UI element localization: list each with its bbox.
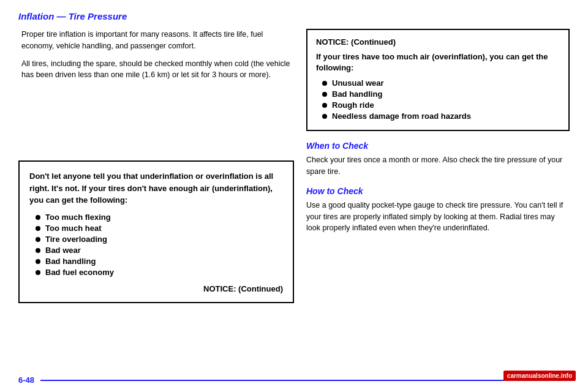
bullet-text: Needless damage from road hazards — [332, 111, 471, 121]
bullet-dot-icon — [36, 215, 40, 220]
footer-line — [40, 380, 570, 381]
bullet-text: Too much heat — [45, 224, 101, 233]
when-to-check-text: Check your tires once a month or more. A… — [306, 154, 570, 178]
page-title: Inflation — Tire Pressure — [18, 11, 570, 21]
overinflation-bullet-list: Unusual wear Bad handling Rough ride Nee… — [316, 78, 560, 121]
how-to-check-text: Use a good quality pocket-type gauge to … — [306, 200, 570, 234]
bullet-text: Bad handling — [45, 257, 96, 266]
bullet-dot-icon — [36, 226, 40, 231]
list-item: Rough ride — [322, 100, 560, 110]
underinflation-notice-text: Don't let anyone tell you that underinfl… — [29, 172, 273, 205]
bullet-dot-icon — [322, 103, 327, 108]
page-number: 6-48 — [18, 375, 40, 385]
how-to-check-heading[interactable]: How to Check — [306, 186, 570, 196]
page-container: Inflation — Tire Pressure Proper tire in… — [0, 0, 588, 392]
list-item: Tire overloading — [36, 235, 283, 244]
underinflation-notice-box: Don't let anyone tell you that underinfl… — [18, 160, 294, 303]
list-item: Bad handling — [36, 257, 283, 266]
bullet-dot-icon — [36, 237, 40, 242]
right-column: NOTICE: (Continued) If your tires have t… — [306, 29, 570, 234]
list-item: Needless damage from road hazards — [322, 111, 560, 121]
bullet-text: Unusual wear — [332, 78, 384, 88]
bullet-dot-icon — [36, 270, 40, 275]
bullet-dot-icon — [322, 81, 327, 86]
when-to-check-heading[interactable]: When to Check — [306, 141, 570, 151]
intro-text-1: Proper tire inflation is important for m… — [18, 29, 294, 52]
intro-text-2: All tires, including the spare, should b… — [18, 58, 294, 81]
bullet-dot-icon — [36, 259, 40, 264]
bullet-text: Tire overloading — [45, 235, 107, 244]
underinflation-notice-intro: Don't let anyone tell you that underinfl… — [29, 170, 283, 206]
notice-continued-label: NOTICE: (Continued) — [29, 284, 283, 293]
bullet-text: Rough ride — [332, 100, 374, 110]
footer-area: 6-48 — [0, 375, 588, 385]
bullet-dot-icon — [322, 114, 327, 119]
bullet-dot-icon — [36, 248, 40, 253]
list-item: Too much heat — [36, 224, 283, 233]
overinflation-notice-title: NOTICE: (Continued) — [316, 37, 560, 47]
list-item: Bad wear — [36, 246, 283, 255]
bullet-dot-icon — [322, 92, 327, 97]
list-item: Too much flexing — [36, 213, 283, 222]
list-item: Unusual wear — [322, 78, 560, 88]
list-item: Bad fuel economy — [36, 268, 283, 277]
underinflation-bullet-list: Too much flexing Too much heat Tire over… — [29, 213, 283, 277]
bullet-text: Bad handling — [332, 89, 382, 99]
carmanuals-watermark: carmanualsonline.info — [503, 371, 576, 381]
left-column: Proper tire inflation is important for m… — [18, 29, 294, 303]
bullet-text: Bad fuel economy — [45, 268, 114, 277]
list-item: Bad handling — [322, 89, 560, 99]
overinflation-notice-box: NOTICE: (Continued) If your tires have t… — [306, 29, 570, 131]
bullet-text: Bad wear — [45, 246, 81, 255]
content-area: Proper tire inflation is important for m… — [18, 29, 570, 303]
overinflation-notice-intro: If your tires have too much air (overinf… — [316, 51, 560, 74]
bullet-text: Too much flexing — [45, 213, 111, 222]
